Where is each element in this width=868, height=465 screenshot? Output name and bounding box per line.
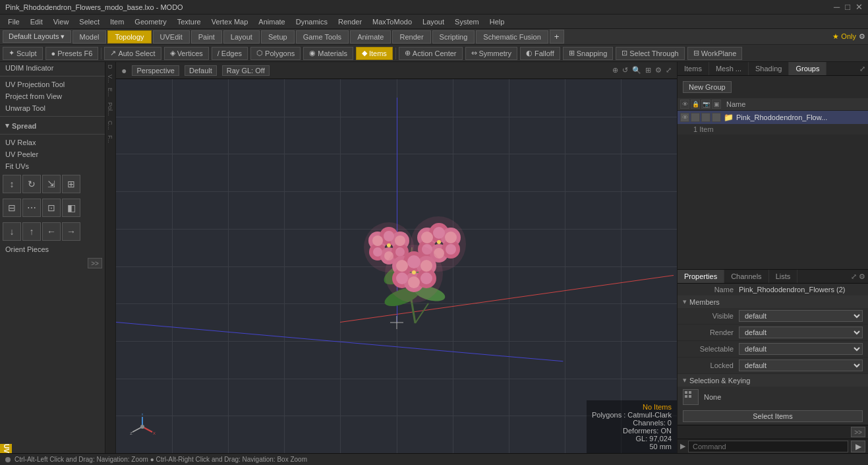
props-tab-properties[interactable]: Properties bbox=[678, 270, 724, 283]
tab-paint[interactable]: Paint bbox=[191, 30, 222, 44]
auto-select-btn[interactable]: ↗ Auto Select bbox=[104, 47, 161, 60]
tab-shading[interactable]: Shading bbox=[749, 62, 789, 75]
uv-tool-icon[interactable]: ⋯ bbox=[22, 199, 41, 217]
default-layouts-btn[interactable]: Default Layouts ▾ bbox=[3, 30, 71, 43]
tab-layout[interactable]: Layout bbox=[223, 30, 260, 44]
menu-geometry[interactable]: Geometry bbox=[129, 16, 171, 27]
locked-select[interactable]: defaultonoff bbox=[739, 359, 863, 371]
menu-dynamics[interactable]: Dynamics bbox=[291, 16, 333, 27]
edges-btn[interactable]: / Edges bbox=[212, 47, 248, 60]
tab-schematic[interactable]: Schematic Fusion bbox=[476, 30, 548, 44]
arrow-left-icon[interactable]: ← bbox=[42, 222, 61, 241]
expand-btn[interactable]: >> bbox=[88, 258, 102, 268]
presets-btn[interactable]: ● Presets F6 bbox=[45, 47, 99, 60]
add-tab-btn[interactable]: + bbox=[550, 30, 564, 44]
action-center-btn[interactable]: ⊕ Action Center bbox=[399, 47, 463, 60]
tab-animate[interactable]: Animate bbox=[350, 30, 391, 44]
visible-select[interactable]: defaultonoff bbox=[739, 310, 863, 322]
group-row-1[interactable]: 👁 📁 Pink_Rhododendron_Flow... bbox=[678, 111, 868, 124]
settings-icon[interactable]: ⚙ bbox=[859, 32, 865, 41]
symmetry-btn[interactable]: ⇔ Symmetry bbox=[465, 47, 518, 60]
transform-tool-icon[interactable]: ⊞ bbox=[62, 175, 80, 193]
materials-btn[interactable]: ◉ Materials bbox=[303, 47, 353, 60]
sidebar-uv-relax[interactable]: UV Relax bbox=[0, 137, 105, 148]
tab-gametools[interactable]: Game Tools bbox=[296, 30, 349, 44]
tab-mesh[interactable]: Mesh ... bbox=[709, 62, 749, 75]
eye-header-btn[interactable]: 👁 bbox=[680, 100, 689, 109]
lock-header-btn[interactable]: 🔒 bbox=[691, 100, 700, 109]
menu-select[interactable]: Select bbox=[74, 16, 105, 27]
expand-vp-icon[interactable]: ⤢ bbox=[666, 66, 672, 75]
props-expand-btn[interactable]: >> bbox=[851, 427, 865, 437]
menu-edit[interactable]: Edit bbox=[25, 16, 48, 27]
menu-item[interactable]: Item bbox=[105, 16, 129, 27]
fullscreen-icon[interactable]: ⊞ bbox=[645, 66, 651, 75]
tab-groups[interactable]: Groups bbox=[789, 62, 826, 75]
rotate-tool-icon[interactable]: ↻ bbox=[22, 175, 41, 193]
menu-render[interactable]: Render bbox=[333, 16, 367, 27]
workplane-btn[interactable]: ⊟ WorkPlane bbox=[687, 47, 743, 60]
group-render-btn[interactable] bbox=[701, 113, 710, 122]
sidebar-uv-peeler[interactable]: UV Peeler bbox=[0, 148, 105, 160]
search-icon[interactable]: 🔍 bbox=[632, 66, 641, 75]
tab-topology[interactable]: Topology bbox=[107, 30, 151, 44]
falloff-btn[interactable]: ◐ Falloff bbox=[520, 47, 560, 60]
select-header-btn[interactable]: ▣ bbox=[712, 100, 721, 109]
tab-scripting[interactable]: Scripting bbox=[432, 30, 475, 44]
sidebar-project-view[interactable]: Project from View bbox=[0, 90, 105, 102]
props-tab-lists[interactable]: Lists bbox=[769, 270, 798, 283]
sidebar-fit-uvs[interactable]: Fit UVs bbox=[0, 160, 105, 172]
sidebar-unwrap-tool[interactable]: Unwrap Tool bbox=[0, 102, 105, 114]
selectable-select[interactable]: defaultonoff bbox=[739, 343, 863, 355]
refresh-icon[interactable]: ↺ bbox=[622, 66, 628, 75]
minimize-btn[interactable]: ─ bbox=[834, 2, 840, 12]
props-tab-channels[interactable]: Channels bbox=[724, 270, 768, 283]
menu-layout[interactable]: Layout bbox=[417, 16, 449, 27]
menu-system[interactable]: System bbox=[449, 16, 484, 27]
command-input[interactable] bbox=[688, 441, 848, 452]
group-lock-btn[interactable] bbox=[691, 113, 700, 122]
tab-render[interactable]: Render bbox=[392, 30, 430, 44]
group-sel-btn[interactable] bbox=[712, 113, 721, 122]
scale-tool-icon[interactable]: ⇲ bbox=[42, 175, 61, 193]
sidebar-uv-projection[interactable]: UV Projection Tool bbox=[0, 78, 105, 90]
render-header-btn[interactable]: 📷 bbox=[701, 100, 710, 109]
raygl-btn[interactable]: Ray GL: Off bbox=[222, 65, 270, 76]
orient-icon[interactable]: ⊕ bbox=[612, 66, 618, 75]
tab-setup[interactable]: Setup bbox=[261, 30, 295, 44]
arrow-up-icon[interactable]: ↑ bbox=[22, 222, 41, 241]
props-expand-icon[interactable]: ⤢ bbox=[851, 272, 857, 281]
menu-view[interactable]: View bbox=[48, 16, 74, 27]
arrow-down-icon[interactable]: ↓ bbox=[3, 222, 21, 241]
sidebar-spread[interactable]: ▾Spread bbox=[0, 119, 105, 132]
render-select[interactable]: defaultonoff bbox=[739, 326, 863, 338]
tab-uvedit[interactable]: UVEdit bbox=[153, 30, 190, 44]
new-group-btn[interactable]: New Group bbox=[683, 81, 732, 93]
items-btn[interactable]: ◆ Items bbox=[356, 47, 393, 60]
polygons-btn[interactable]: ⬡ Polygons bbox=[250, 47, 301, 60]
maximize-btn[interactable]: □ bbox=[845, 2, 850, 12]
move-tool-icon[interactable]: ↕ bbox=[3, 175, 21, 193]
viewport-canvas[interactable]: Y X Z No Items Polygons : Catmull-Clark … bbox=[116, 79, 677, 453]
select-items-btn[interactable]: Select Items bbox=[683, 410, 863, 422]
preset-btn[interactable]: Default bbox=[185, 65, 217, 76]
props-settings-icon[interactable]: ⚙ bbox=[859, 272, 865, 281]
run-command-btn[interactable]: ▶ bbox=[851, 441, 865, 452]
perspective-btn[interactable]: Perspective bbox=[132, 65, 179, 76]
menu-vertex map[interactable]: Vertex Map bbox=[206, 16, 254, 27]
snapping-btn[interactable]: ⊞ Snapping bbox=[563, 47, 614, 60]
arrow-right-icon[interactable]: → bbox=[62, 222, 80, 241]
tab-model[interactable]: Model bbox=[72, 30, 107, 44]
close-btn[interactable]: ✕ bbox=[855, 2, 863, 12]
menu-file[interactable]: File bbox=[3, 16, 25, 27]
menu-maxtomodo[interactable]: MaxToModo bbox=[367, 16, 417, 27]
sidebar-orient-pieces[interactable]: Orient Pieces bbox=[0, 243, 105, 255]
tab-items[interactable]: Items bbox=[678, 62, 709, 75]
settings-vp-icon[interactable]: ⚙ bbox=[655, 66, 662, 75]
sculpt-btn[interactable]: ✦ Sculpt bbox=[3, 47, 43, 60]
panel-expand-icon[interactable]: ⤢ bbox=[859, 65, 865, 73]
menu-help[interactable]: Help bbox=[484, 16, 510, 27]
sidebar-udim-indicator[interactable]: UDIM Indicator bbox=[0, 62, 105, 74]
menu-texture[interactable]: Texture bbox=[172, 16, 206, 27]
unwrap-icon[interactable]: ⊡ bbox=[42, 199, 61, 217]
